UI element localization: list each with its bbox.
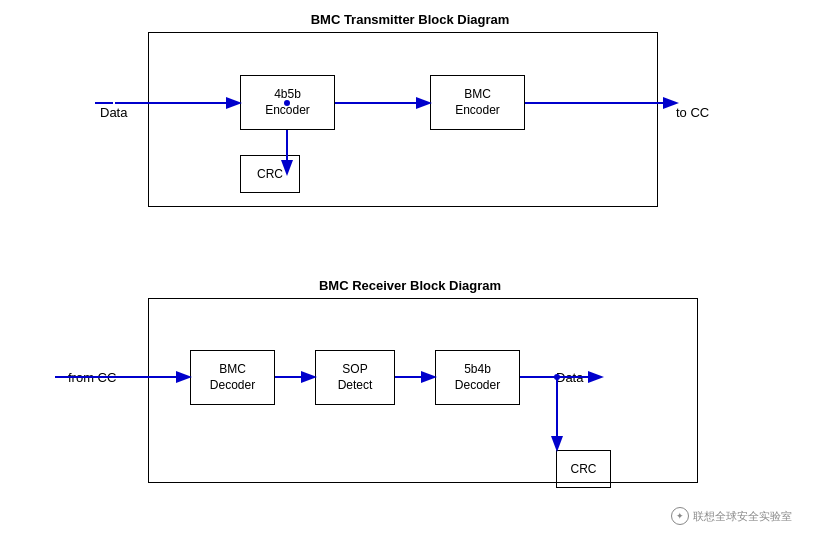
diagram-container: BMC Transmitter Block Diagram Data to CC… [0,0,820,539]
tx-crc-box: CRC [240,155,300,193]
rx-data-label: Data [556,370,583,385]
tx-4b5b-encoder-box: 4b5bEncoder [240,75,335,130]
rx-5b4b-decoder-box: 5b4bDecoder [435,350,520,405]
rx-crc-box: CRC [556,450,611,488]
tx-data-label: Data [100,105,127,120]
tx-tocc-label: to CC [676,105,709,120]
watermark-text: 联想全球安全实验室 [693,509,792,524]
watermark: ✦ 联想全球安全实验室 [671,507,792,525]
tx-outer-box [148,32,658,207]
rx-bmc-decoder-box: BMCDecoder [190,350,275,405]
tx-title: BMC Transmitter Block Diagram [311,12,510,27]
watermark-icon: ✦ [671,507,689,525]
rx-title: BMC Receiver Block Diagram [319,278,501,293]
rx-fromcc-label: from CC [68,370,116,385]
tx-bmc-encoder-box: BMCEncoder [430,75,525,130]
rx-sop-detect-box: SOPDetect [315,350,395,405]
